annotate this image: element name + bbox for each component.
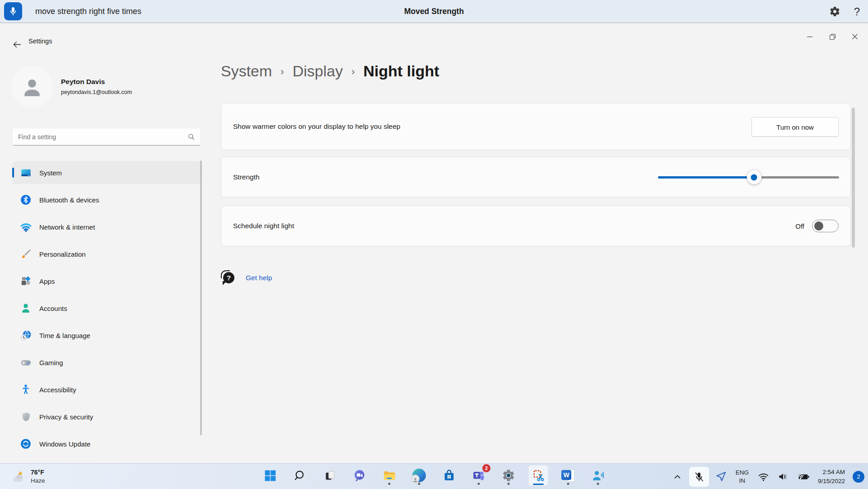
sidebar-item-label: Personalization bbox=[39, 250, 86, 258]
apps-icon bbox=[19, 275, 32, 287]
strength-slider[interactable] bbox=[658, 170, 839, 184]
breadcrumb-display[interactable]: Display bbox=[293, 62, 343, 80]
settings-window: Settings Peyton Davis peytondavis.1@outl… bbox=[0, 23, 868, 463]
voice-access-icon bbox=[591, 469, 605, 482]
avatar bbox=[11, 66, 53, 108]
sidebar-item-windows-update[interactable]: Windows Update bbox=[12, 433, 201, 455]
battery-button[interactable] bbox=[795, 468, 812, 485]
microphone-muted-button[interactable] bbox=[689, 467, 709, 487]
running-indicator bbox=[597, 483, 599, 485]
microsoft-store-button[interactable] bbox=[439, 465, 459, 486]
location-arrow-icon bbox=[715, 470, 727, 483]
start-button[interactable] bbox=[260, 465, 280, 486]
page-title: Night light bbox=[364, 62, 439, 80]
system-tray: ENG IN 2:54 AM 9/15/2022 2 bbox=[670, 464, 864, 489]
language-code: ENG bbox=[736, 469, 749, 477]
breadcrumb: System › Display › Night light bbox=[221, 62, 439, 80]
gear-icon bbox=[502, 469, 515, 482]
content-scrollbar[interactable] bbox=[852, 108, 855, 248]
minimize-button[interactable] bbox=[798, 27, 821, 47]
folder-icon bbox=[383, 469, 396, 482]
sidebar-item-bluetooth-devices[interactable]: Bluetooth & devices bbox=[12, 188, 201, 211]
search-input[interactable] bbox=[13, 133, 187, 141]
edge-button[interactable] bbox=[409, 465, 429, 486]
snipping-tool-button[interactable] bbox=[528, 465, 548, 486]
sidebar-scrollbar[interactable] bbox=[200, 160, 202, 435]
breadcrumb-system[interactable]: System bbox=[221, 62, 272, 80]
get-help-row: ? Get help bbox=[221, 270, 272, 286]
get-help-link[interactable]: Get help bbox=[246, 274, 272, 282]
weather-widget[interactable]: 76°F Haze bbox=[6, 464, 49, 489]
store-icon bbox=[443, 469, 456, 482]
language-indicator[interactable]: ENG IN bbox=[733, 469, 751, 484]
strength-label: Strength bbox=[233, 173, 260, 181]
active-window-indicator bbox=[533, 484, 544, 485]
sidebar-item-label: Bluetooth & devices bbox=[39, 196, 99, 204]
sidebar-item-label: Apps bbox=[39, 277, 55, 285]
accounts-icon bbox=[19, 302, 32, 315]
sidebar-item-system[interactable]: System bbox=[12, 161, 201, 184]
wifi-status-button[interactable] bbox=[756, 469, 771, 484]
haze-weather-icon bbox=[10, 469, 26, 485]
person-icon bbox=[19, 74, 45, 100]
weather-condition: Haze bbox=[31, 477, 45, 485]
chevron-right-icon: › bbox=[351, 66, 355, 78]
tray-overflow-button[interactable] bbox=[670, 469, 685, 484]
gear-icon[interactable] bbox=[829, 6, 840, 17]
update-icon bbox=[19, 437, 32, 450]
teams-chat-button[interactable] bbox=[350, 465, 369, 486]
clock[interactable]: 2:54 AM 9/15/2022 bbox=[816, 468, 847, 485]
system-icon bbox=[19, 166, 32, 179]
sidebar-item-accessibility[interactable]: Accessibility bbox=[12, 378, 201, 401]
back-arrow-icon bbox=[12, 40, 22, 49]
sidebar-item-privacy-security[interactable]: Privacy & security bbox=[12, 405, 201, 428]
notification-count-badge[interactable]: 2 bbox=[853, 471, 864, 483]
file-explorer-button[interactable] bbox=[379, 465, 399, 486]
sidebar-item-personalization[interactable]: Personalization bbox=[12, 243, 201, 265]
chevron-right-icon: › bbox=[280, 66, 284, 78]
taskbar: 76°F Haze bbox=[0, 463, 868, 489]
microphone-button[interactable] bbox=[4, 2, 22, 20]
sidebar-item-accounts[interactable]: Accounts bbox=[12, 297, 201, 320]
chat-icon bbox=[353, 469, 366, 482]
tray-date: 9/15/2022 bbox=[818, 477, 845, 486]
wifi-icon bbox=[757, 470, 770, 483]
voice-command-text: move strength right five times bbox=[35, 0, 141, 23]
slider-fill bbox=[658, 176, 754, 179]
help-bubble-icon: ? bbox=[221, 270, 236, 286]
back-button[interactable] bbox=[9, 37, 24, 52]
sidebar-item-gaming[interactable]: Gaming bbox=[12, 351, 201, 374]
location-in-use-button[interactable] bbox=[713, 469, 729, 484]
sidebar-item-apps[interactable]: Apps bbox=[12, 270, 201, 292]
word-icon: W bbox=[561, 469, 575, 482]
running-indicator bbox=[418, 483, 420, 485]
sidebar-nav: System Bluetooth & devices Network & int… bbox=[12, 161, 201, 455]
profile-bubble-icon bbox=[411, 475, 420, 483]
taskbar-search-button[interactable] bbox=[290, 465, 310, 486]
sidebar-item-label: Network & internet bbox=[39, 223, 95, 231]
windows-logo-icon bbox=[264, 469, 277, 482]
teams-button[interactable]: 2 bbox=[469, 465, 489, 486]
maximize-button[interactable] bbox=[821, 27, 844, 47]
schedule-toggle[interactable] bbox=[812, 220, 839, 232]
sidebar-item-time-language[interactable]: Time & language bbox=[12, 324, 201, 347]
search-icon bbox=[187, 133, 195, 141]
wifi-icon bbox=[19, 221, 32, 233]
running-indicator bbox=[388, 483, 391, 485]
sidebar-item-network-internet[interactable]: Network & internet bbox=[12, 216, 201, 238]
paintbrush-icon bbox=[19, 248, 32, 260]
slider-handle[interactable] bbox=[747, 170, 761, 185]
voice-access-button[interactable] bbox=[588, 465, 608, 486]
time-language-icon bbox=[19, 329, 32, 342]
restore-icon bbox=[829, 33, 836, 40]
find-setting-searchbox[interactable] bbox=[12, 128, 201, 146]
volume-button[interactable] bbox=[775, 469, 791, 484]
help-icon[interactable]: ? bbox=[854, 6, 860, 17]
task-view-button[interactable] bbox=[320, 465, 340, 486]
running-indicator bbox=[567, 483, 569, 485]
sidebar-item-label: Gaming bbox=[39, 359, 63, 367]
close-button[interactable] bbox=[844, 27, 866, 47]
settings-taskbar-button[interactable] bbox=[499, 465, 518, 486]
word-button[interactable]: W bbox=[558, 465, 578, 486]
turn-on-now-button[interactable]: Turn on now bbox=[751, 117, 839, 137]
